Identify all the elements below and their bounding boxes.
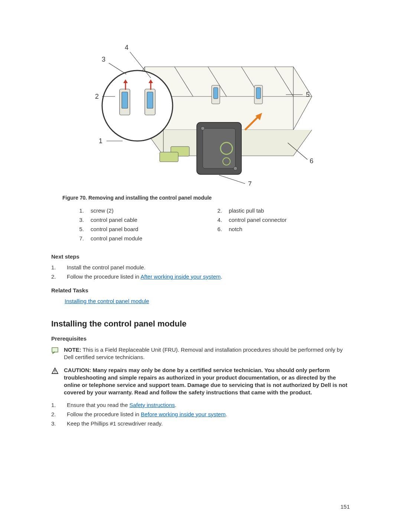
link-installing-control-panel-module[interactable]: Installing the control panel module	[65, 298, 149, 304]
note-admonition: NOTE: This is a Field Replaceable Unit (…	[51, 346, 350, 361]
svg-point-25	[55, 372, 55, 373]
svg-rect-16	[160, 152, 178, 162]
caution-admonition: CAUTION: Many repairs may only be done b…	[51, 367, 350, 397]
list-item: 2. Follow the procedure listed in After …	[51, 273, 350, 280]
caution-icon	[51, 367, 59, 397]
link-before-working[interactable]: Before working inside your system	[141, 411, 225, 417]
figure-caption: Figure 70. Removing and installing the c…	[62, 195, 350, 201]
callout-6: 6	[310, 157, 313, 165]
callout-2: 2	[95, 93, 99, 100]
callout-4: 4	[125, 44, 128, 51]
svg-rect-10	[203, 128, 235, 168]
legend-item: 3.control panel cable	[74, 217, 212, 223]
link-safety-instructions[interactable]: Safety instructions	[129, 402, 175, 408]
callout-1: 1	[99, 137, 102, 145]
caution-label: CAUTION:	[64, 367, 91, 373]
svg-point-13	[201, 127, 205, 130]
legend-item: 2.plastic pull tab	[212, 207, 350, 214]
heading-installing-control-panel-module: Installing the control panel module	[51, 319, 350, 329]
list-item: 2. Follow the procedure listed in Before…	[51, 411, 350, 417]
related-tasks-heading: Related Tasks	[51, 287, 350, 293]
next-steps-list: 1. Install the control panel module. 2. …	[51, 264, 350, 280]
legend-item: 5.control panel board	[74, 226, 212, 232]
figure-legend: 1.screw (2) 3.control panel cable 5.cont…	[74, 207, 350, 244]
callout-5: 5	[306, 91, 310, 98]
link-after-working[interactable]: After working inside your system	[140, 273, 221, 280]
svg-rect-4	[147, 92, 153, 108]
svg-point-14	[234, 167, 237, 170]
note-text: This is a Field Replaceable Unit (FRU). …	[64, 347, 343, 360]
list-item: 3. Keep the Phillips #1 screwdriver read…	[51, 420, 350, 427]
caution-text: Many repairs may only be done by a certi…	[64, 367, 347, 396]
page-number: 151	[340, 503, 350, 510]
prerequisites-heading: Prerequisites	[51, 335, 350, 342]
callout-3: 3	[102, 56, 105, 63]
note-icon	[51, 347, 59, 361]
figure-70-svg: 1 2 3 4 5 6 7	[85, 33, 316, 185]
svg-rect-8	[256, 88, 261, 99]
svg-line-23	[219, 175, 245, 184]
figure-70: 1 2 3 4 5 6 7	[51, 33, 350, 187]
legend-item: 6.notch	[212, 226, 350, 232]
list-item: 1. Ensure that you read the Safety instr…	[51, 402, 350, 408]
prerequisites-list: 1. Ensure that you read the Safety instr…	[51, 402, 350, 427]
note-label: NOTE:	[64, 347, 81, 353]
svg-rect-6	[213, 88, 218, 99]
svg-line-19	[109, 63, 126, 74]
legend-item: 1.screw (2)	[74, 207, 212, 214]
svg-rect-2	[122, 92, 128, 108]
legend-item: 4.control panel connector	[212, 217, 350, 223]
callout-7: 7	[248, 180, 252, 185]
legend-item: 7.control panel module	[74, 235, 212, 242]
list-item: 1. Install the control panel module.	[51, 264, 350, 270]
next-steps-heading: Next steps	[51, 253, 350, 260]
svg-point-0	[102, 70, 173, 141]
